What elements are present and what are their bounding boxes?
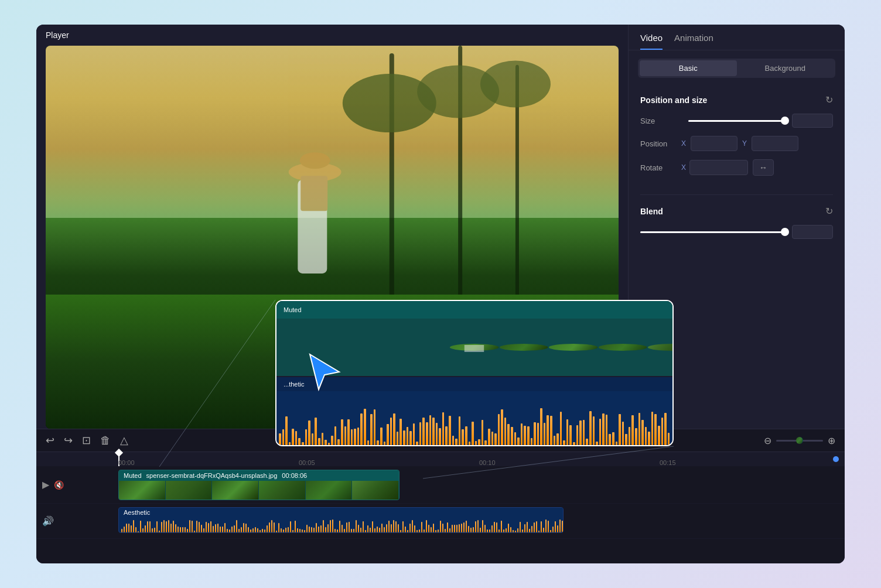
sub-tab-basic[interactable]: Basic [640,60,737,76]
waveform-bar [283,529,284,532]
waveform-bar [503,529,504,532]
waveform-bar [166,521,167,532]
tab-video[interactable]: Video [640,33,663,50]
waveform-bar [185,527,186,532]
blend-reset-icon[interactable]: ↻ [825,206,833,217]
waveform-bar [370,414,373,445]
waveform-bar [622,422,624,445]
waveform-bar [496,522,497,532]
split-button[interactable]: ⊡ [82,434,91,447]
flag-button[interactable]: △ [120,434,128,447]
waveform-bar [541,521,542,532]
waveform-bar [402,521,404,532]
blend-value-input[interactable]: 100% [792,225,833,239]
waveform-bar [344,529,345,532]
position-x-input[interactable]: 0 [691,136,737,151]
waveform-bar [363,521,364,532]
size-slider-track[interactable] [688,120,785,122]
waveform-bar [609,434,611,445]
waveform-bar [360,528,361,532]
waveform-bar [227,529,228,532]
delete-button[interactable]: 🗑 [100,435,111,447]
waveform-bar [236,520,237,532]
waveform-bar [386,524,387,532]
waveform-bar [517,437,520,445]
thumb-3 [212,481,259,500]
waveform-bar [431,527,432,532]
waveform-bar [250,529,251,532]
waveform-bar [422,418,425,445]
zoom-audio-header: ...thetic [276,377,672,391]
position-y-input[interactable]: 0 [752,136,798,151]
redo-button[interactable]: ↪ [64,434,73,447]
waveform-bar [424,529,425,532]
waveform-bar [484,440,487,445]
rotate-value-input[interactable]: 0° [689,160,748,175]
blend-slider-thumb[interactable] [781,228,789,236]
waveform-bar [124,527,125,532]
waveform-bar [489,529,490,532]
zoom-slider-track[interactable] [776,440,823,442]
ruler-mark-10: 00:10 [479,459,496,466]
waveform-bar [550,530,551,532]
video-clip[interactable]: Muted spenser-sembrat-dqFRxQAqsb4-unspla… [118,470,399,500]
timeline-tracks: ▶ 🔇 Muted spenser-sembrat-dqFRxQAqsb4-un… [36,466,845,563]
svg-point-7 [480,60,551,107]
ruler-mark-0: 00:00 [118,459,135,466]
waveform-bar [586,439,588,445]
waveform-bar [379,528,380,532]
waveform-bar [393,413,395,445]
waveform-bar [346,522,347,532]
waveform-bar [390,418,392,445]
undo-button[interactable]: ↩ [46,434,54,447]
waveform-bar [325,527,326,532]
waveform-bar [654,414,657,445]
sub-tab-background[interactable]: Background [737,60,834,76]
waveform-bar [163,520,165,532]
waveform-bar [576,425,579,445]
tab-animation[interactable]: Animation [674,33,713,50]
waveform-bar [281,528,282,532]
zoom-slider-thumb[interactable] [796,437,803,444]
divider-1 [640,194,833,195]
waveform-bar [494,433,497,445]
waveform-bar [432,418,435,445]
waveform-bar [403,430,405,445]
waveform-bar [395,521,397,532]
waveform-bar [358,525,359,532]
waveform-bar [456,525,457,532]
waveform-bar [337,529,338,532]
zoom-audio-waveform [276,391,672,446]
waveform-bar [384,527,385,532]
video-duration-label: 00:08:06 [282,472,307,479]
waveform-bar [599,419,602,445]
waveform-bar [579,421,582,445]
size-value-input[interactable]: 100% [792,114,833,128]
zoom-in-icon[interactable]: ⊕ [828,435,835,446]
waveform-bar [429,415,432,445]
waveform-bar [612,432,614,445]
audio-track-content[interactable]: Aesthetic [118,504,845,538]
waveform-bar [465,426,467,445]
waveform-bar [269,522,270,532]
waveform-bar [364,409,366,445]
waveform-bar [231,527,233,532]
blend-slider-track[interactable] [640,231,785,233]
audio-clip[interactable]: Aesthetic [118,507,564,533]
waveform-bar [347,419,350,445]
waveform-bar [241,527,242,532]
waveform-bar [511,427,513,445]
waveform-bar [203,528,204,532]
waveform-bar [351,429,353,445]
video-mute-button[interactable]: 🔇 [54,480,64,490]
video-track-content[interactable]: Muted spenser-sembrat-dqFRxQAqsb4-unspla… [118,466,845,503]
position-reset-icon[interactable]: ↻ [825,94,833,105]
zoom-out-icon[interactable]: ⊖ [764,435,771,446]
waveform-bar [545,519,547,532]
rotate-flip-btn[interactable]: ↔ [753,159,774,176]
ruler-mark-5: 00:05 [299,459,315,466]
size-slider-thumb[interactable] [781,117,789,125]
waveform-bar [413,423,415,445]
waveform-bar [194,531,195,532]
waveform-bar [245,524,247,532]
